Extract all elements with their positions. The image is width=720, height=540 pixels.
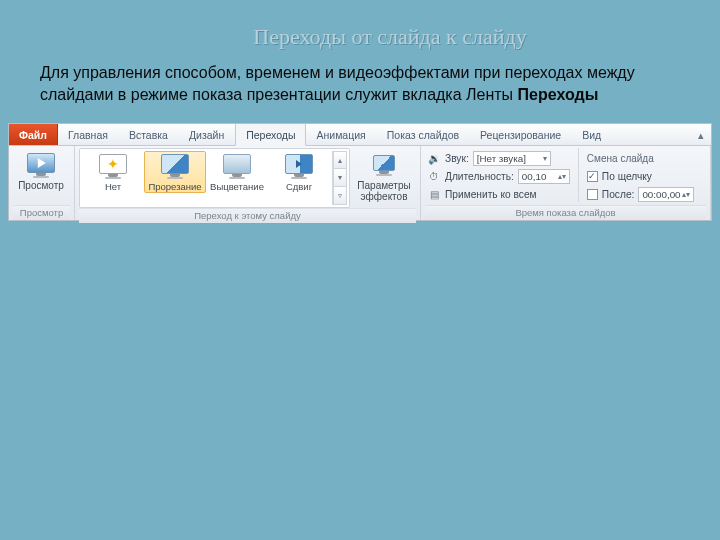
group-preview: Просмотр Просмотр [9, 146, 75, 220]
ribbon-tabs: Файл Главная Вставка Дизайн Переходы Ани… [9, 124, 711, 146]
gallery-item-label: Выцветание [210, 181, 264, 192]
description-paragraph: Для управления способом, временем и виде… [0, 58, 720, 123]
description-bold: Переходы [518, 86, 599, 103]
group-transition: ✦ Нет Прорезание Выцветание Сдвиг [75, 146, 421, 220]
advance-title: Смена слайда [587, 150, 695, 166]
spinner-icon: ▴▾ [558, 172, 566, 181]
group-timing-label: Время показа слайдов [425, 205, 706, 220]
group-timing: 🔉 Звук: [Нет звука] ▾ ⏱ Длительность: 00… [421, 146, 711, 220]
ribbon-minimize-icon[interactable]: ▴ [692, 124, 711, 145]
gallery-item-label: Сдвиг [286, 181, 312, 192]
ribbon-body: Просмотр Просмотр ✦ Нет Прорезание [9, 146, 711, 220]
tab-animation[interactable]: Анимация [306, 124, 376, 145]
chevron-down-icon: ▾ [543, 154, 547, 163]
advance-onclick-label: По щелчку [602, 171, 652, 182]
tab-review[interactable]: Рецензирование [470, 124, 572, 145]
spinner-icon: ▴▾ [682, 190, 690, 199]
preview-label: Просмотр [18, 181, 64, 192]
sound-select[interactable]: [Нет звука] ▾ [473, 151, 551, 166]
advance-onclick-checkbox[interactable]: ✓ [587, 171, 598, 182]
cut-icon [161, 154, 189, 179]
tab-view[interactable]: Вид [572, 124, 612, 145]
advance-column: Смена слайда ✓ По щелчку После: 00:00,00… [578, 148, 701, 202]
gallery-item-fade[interactable]: Выцветание [206, 151, 268, 193]
advance-after-row[interactable]: После: 00:00,00 ▴▾ [587, 186, 695, 202]
gallery-item-cut[interactable]: Прорезание [144, 151, 206, 193]
advance-after-value: 00:00,00 [642, 189, 680, 200]
fade-icon [223, 154, 251, 179]
advance-onclick-row[interactable]: ✓ По щелчку [587, 168, 695, 184]
gallery-scroll: ▴ ▾ ▿ [332, 151, 347, 205]
tab-design[interactable]: Дизайн [179, 124, 235, 145]
page-heading: Переходы от слайда к слайду [100, 24, 680, 50]
advance-after-checkbox[interactable] [587, 189, 598, 200]
tab-slideshow[interactable]: Показ слайдов [377, 124, 470, 145]
none-icon: ✦ [99, 154, 127, 179]
sound-row: 🔉 Звук: [Нет звука] ▾ [427, 150, 570, 166]
tab-insert[interactable]: Вставка [119, 124, 179, 145]
apply-all-row[interactable]: ▤ Применить ко всем [427, 186, 570, 202]
duration-label: Длительность: [445, 171, 514, 182]
duration-row: ⏱ Длительность: 00,10 ▴▾ [427, 168, 570, 184]
gallery-more-icon[interactable]: ▿ [333, 187, 347, 205]
sound-icon: 🔉 [427, 153, 441, 164]
duration-input[interactable]: 00,10 ▴▾ [518, 169, 570, 184]
sound-label: Звук: [445, 153, 469, 164]
group-transition-label: Переход к этому слайду [79, 208, 416, 223]
transition-gallery[interactable]: ✦ Нет Прорезание Выцветание Сдвиг [79, 148, 350, 208]
tab-home[interactable]: Главная [58, 124, 119, 145]
group-preview-label: Просмотр [13, 205, 70, 220]
shift-icon [285, 154, 313, 179]
advance-after-label: После: [602, 189, 635, 200]
duration-value: 00,10 [522, 171, 547, 182]
effect-options-label: Параметры эффектов [357, 181, 410, 202]
gallery-item-none[interactable]: ✦ Нет [82, 151, 144, 193]
tab-transitions[interactable]: Переходы [235, 124, 306, 146]
gallery-item-label: Прорезание [148, 181, 201, 192]
group-timing-label-text: Время показа слайдов [515, 207, 615, 218]
preview-button[interactable]: Просмотр [13, 148, 69, 193]
gallery-item-shift[interactable]: Сдвиг [268, 151, 330, 193]
timing-column: 🔉 Звук: [Нет звука] ▾ ⏱ Длительность: 00… [425, 148, 572, 202]
duration-icon: ⏱ [427, 171, 441, 182]
effect-options-icon [369, 151, 399, 179]
tab-file[interactable]: Файл [9, 124, 58, 145]
sound-value: [Нет звука] [477, 153, 526, 164]
preview-icon [26, 151, 56, 179]
apply-all-icon: ▤ [427, 189, 441, 200]
advance-after-input[interactable]: 00:00,00 ▴▾ [638, 187, 694, 202]
gallery-item-label: Нет [105, 181, 121, 192]
gallery-scroll-up-icon[interactable]: ▴ [333, 151, 347, 169]
apply-all-label: Применить ко всем [445, 189, 537, 200]
ribbon-screenshot: Файл Главная Вставка Дизайн Переходы Ани… [8, 123, 712, 221]
gallery-scroll-down-icon[interactable]: ▾ [333, 169, 347, 187]
effect-options-button[interactable]: Параметры эффектов [352, 148, 416, 203]
